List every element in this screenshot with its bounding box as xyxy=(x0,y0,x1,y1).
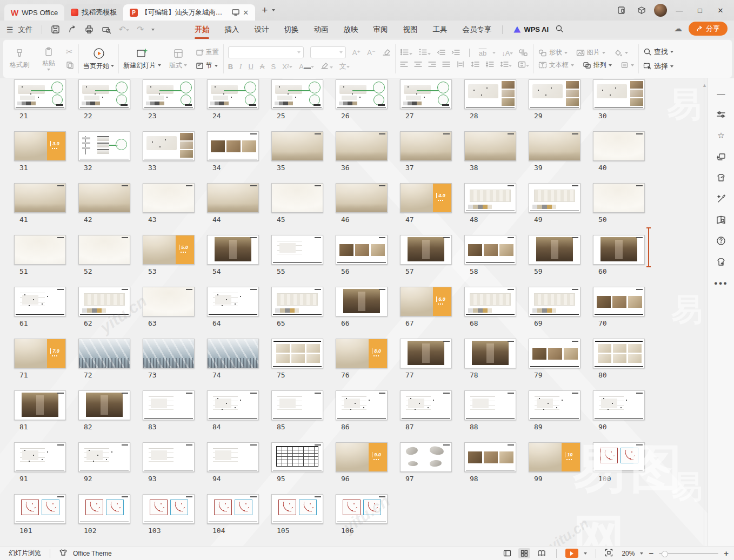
slide-thumbnail[interactable] xyxy=(78,235,130,265)
slide-thumbnail[interactable] xyxy=(336,235,388,265)
new-slide-button[interactable]: 新建幻灯片 xyxy=(123,48,161,70)
slide-thumbnail[interactable] xyxy=(400,390,452,420)
collapse-panel-icon[interactable]: — xyxy=(716,88,726,99)
slide-thumbnail[interactable] xyxy=(336,390,388,420)
tab-design[interactable]: 设计 xyxy=(246,22,276,38)
maximize-button[interactable]: □ xyxy=(692,3,708,18)
zoom-out-button[interactable]: − xyxy=(649,549,653,558)
close-tab-icon[interactable]: ✕ xyxy=(243,9,249,17)
slide-thumbnail[interactable] xyxy=(207,339,259,368)
slide-thumbnail[interactable] xyxy=(464,131,516,161)
slide-thumbnail[interactable] xyxy=(271,390,323,420)
slide-thumbnail[interactable] xyxy=(143,183,195,213)
distribute-icon[interactable] xyxy=(456,61,465,69)
paragraph-settings-icon[interactable] xyxy=(519,49,528,58)
skin-settings-icon[interactable] xyxy=(716,257,726,267)
slide-thumbnail[interactable] xyxy=(336,287,388,316)
slide-thumbnail[interactable]: 7.0 xyxy=(14,339,66,368)
tab-review[interactable]: 审阅 xyxy=(365,22,395,38)
scrollbar-up-arrow[interactable]: ▲ xyxy=(702,83,707,88)
object-properties-icon[interactable] xyxy=(716,109,726,120)
close-button[interactable]: ✕ xyxy=(712,3,729,18)
spacing-increase-icon[interactable] xyxy=(471,61,479,69)
smart-beautify-wand-icon[interactable] xyxy=(716,193,726,204)
slide-thumbnail[interactable] xyxy=(529,131,580,161)
slide-thumbnail[interactable] xyxy=(78,442,130,472)
tab-insert[interactable]: 插入 xyxy=(217,22,246,38)
tab-list-dropdown-icon[interactable] xyxy=(272,9,275,11)
slide-thumbnail[interactable] xyxy=(593,442,645,472)
increase-indent-icon[interactable] xyxy=(451,49,460,57)
slide-thumbnail[interactable] xyxy=(207,287,259,316)
3d-box-icon[interactable] xyxy=(633,3,650,18)
slide-thumbnail[interactable] xyxy=(529,183,580,213)
export-icon[interactable] xyxy=(68,25,77,34)
slide-thumbnail[interactable] xyxy=(14,235,66,265)
slide-sorter-view-button[interactable] xyxy=(518,548,530,558)
decrease-font-icon[interactable]: A⁻ xyxy=(367,49,376,57)
font-size-select[interactable] xyxy=(310,46,346,58)
slide-thumbnail[interactable] xyxy=(207,494,259,524)
slide-thumbnail[interactable]: 3.0 xyxy=(14,131,66,161)
picture-button[interactable]: 图片 xyxy=(576,48,605,57)
slide-thumbnail[interactable] xyxy=(271,79,323,109)
slide-thumbnail[interactable] xyxy=(336,79,388,109)
strikethrough-button[interactable]: S xyxy=(271,63,276,71)
slide-thumbnail[interactable]: 6.0 xyxy=(400,287,452,316)
section-button[interactable]: 节 xyxy=(196,61,219,70)
slide-thumbnail[interactable] xyxy=(464,235,516,265)
effects-star-icon[interactable]: ☆ xyxy=(716,130,726,141)
reset-button[interactable]: 重置 xyxy=(196,48,219,57)
italic-button[interactable]: I xyxy=(239,62,242,71)
slide-thumbnail[interactable] xyxy=(207,442,259,472)
text-direction-button[interactable]: ↓A xyxy=(502,49,513,57)
slide-thumbnail[interactable] xyxy=(207,183,259,213)
highlight-button[interactable] xyxy=(321,62,333,71)
slide-thumbnail[interactable] xyxy=(271,183,323,213)
justify-icon[interactable] xyxy=(442,61,450,69)
undo-icon[interactable]: ↶ xyxy=(119,24,129,35)
font-color-button[interactable]: A xyxy=(299,63,314,71)
theme-name[interactable]: Office Theme xyxy=(73,550,112,557)
slide-thumbnail[interactable] xyxy=(271,442,323,472)
tab-slideshow[interactable]: 放映 xyxy=(336,22,365,38)
print-preview-icon[interactable] xyxy=(102,25,111,34)
slideshow-play-button[interactable] xyxy=(565,549,578,558)
print-icon[interactable] xyxy=(84,25,94,34)
copy-icon[interactable] xyxy=(66,61,74,71)
slide-thumbnail[interactable] xyxy=(529,235,580,265)
resource-library-icon[interactable] xyxy=(716,214,726,225)
slide-thumbnail[interactable] xyxy=(78,131,130,161)
align-center-icon[interactable] xyxy=(414,61,422,69)
slide-thumbnail[interactable] xyxy=(529,390,580,420)
tab-view[interactable]: 视图 xyxy=(395,22,425,38)
bullets-button[interactable] xyxy=(400,49,412,57)
slide-thumbnail[interactable] xyxy=(143,287,195,316)
slide-thumbnail[interactable] xyxy=(400,442,452,472)
more-options-icon[interactable]: ●●● xyxy=(716,278,726,288)
find-button[interactable]: 查找 xyxy=(643,47,673,57)
slide-thumbnail[interactable] xyxy=(143,442,195,472)
design-theme-icon[interactable] xyxy=(716,172,726,183)
present-screen-icon[interactable] xyxy=(232,9,239,16)
slide-thumbnail[interactable] xyxy=(271,287,323,316)
slide-thumbnail[interactable] xyxy=(400,131,452,161)
slide-thumbnail[interactable] xyxy=(593,183,645,213)
slide-thumbnail[interactable] xyxy=(336,494,388,524)
zoom-in-button[interactable]: + xyxy=(724,549,729,558)
slide-thumbnail[interactable] xyxy=(14,183,66,213)
save-icon[interactable] xyxy=(51,25,60,34)
slide-thumbnail[interactable] xyxy=(593,339,645,368)
arrange-button[interactable]: 排列 xyxy=(583,60,612,70)
slide-thumbnail[interactable] xyxy=(78,390,130,420)
tab-member[interactable]: 会员专享 xyxy=(455,22,499,38)
wps-ai-button[interactable]: WPS AI xyxy=(513,25,549,33)
new-tab-button[interactable]: + xyxy=(262,4,268,16)
slide-thumbnail[interactable] xyxy=(271,131,323,161)
slide-thumbnail[interactable]: 5.0 xyxy=(143,235,195,265)
zoom-slider-knob[interactable] xyxy=(662,551,668,557)
decrease-indent-icon[interactable] xyxy=(437,49,445,57)
slide-thumbnail[interactable] xyxy=(529,287,580,316)
slide-thumbnail[interactable] xyxy=(593,390,645,420)
play-options-dropdown-icon[interactable] xyxy=(584,552,587,555)
